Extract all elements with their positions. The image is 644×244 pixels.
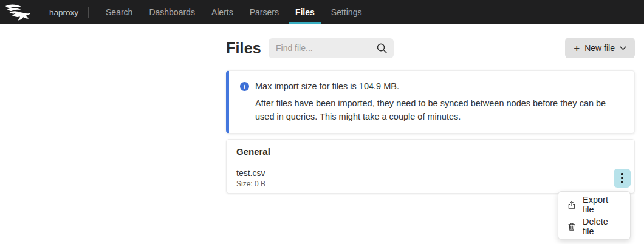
kebab-icon — [621, 173, 623, 175]
chevron-down-icon — [620, 46, 626, 50]
info-icon: i — [240, 82, 249, 91]
callout-line1: i Max import size for files is 104.9 MB. — [240, 81, 620, 91]
menu-item-label: Export file — [583, 195, 622, 214]
search-icon — [376, 42, 388, 54]
menu-item-export-file[interactable]: Export file — [558, 194, 630, 215]
info-callout: i Max import size for files is 104.9 MB.… — [226, 70, 635, 134]
file-actions-menu-button[interactable] — [614, 169, 631, 188]
file-actions-context-menu: Export file Delete file — [558, 191, 631, 240]
plus-icon: + — [574, 43, 580, 53]
page-header: Files + New file — [226, 38, 635, 58]
export-icon — [567, 200, 577, 210]
section-title-general: General — [227, 140, 634, 163]
delete-icon — [567, 222, 577, 232]
nav-divider — [88, 7, 89, 18]
page-title: Files — [226, 39, 261, 57]
nav-item-files[interactable]: Files — [295, 0, 315, 24]
file-row[interactable]: test.csv Size: 0 B — [227, 163, 634, 193]
falcon-icon — [5, 3, 32, 21]
menu-item-label: Delete file — [583, 217, 622, 236]
nav-item-parsers[interactable]: Parsers — [250, 0, 279, 24]
menu-item-delete-file[interactable]: Delete file — [558, 215, 630, 237]
file-info: test.csv Size: 0 B — [236, 168, 265, 188]
nav-item-alerts[interactable]: Alerts — [211, 0, 233, 24]
file-name: test.csv — [236, 168, 265, 178]
search-input[interactable] — [269, 38, 394, 58]
new-file-button[interactable]: + New file — [565, 38, 635, 58]
files-card: General test.csv Size: 0 B — [226, 139, 635, 194]
nav-item-search[interactable]: Search — [106, 0, 132, 24]
file-size: Size: 0 B — [236, 180, 265, 188]
nav-item-settings[interactable]: Settings — [331, 0, 362, 24]
top-navigation-bar: haproxy Search Dashboards Alerts Parsers… — [0, 0, 644, 24]
nav-items: Search Dashboards Alerts Parsers Files S… — [106, 0, 361, 24]
new-file-label: New file — [584, 43, 615, 53]
max-import-size-text: Max import size for files is 104.9 MB. — [255, 81, 399, 91]
repository-name[interactable]: haproxy — [39, 0, 88, 24]
file-search — [269, 38, 394, 58]
nav-item-dashboards[interactable]: Dashboards — [149, 0, 195, 24]
crowdstrike-falcon-logo-icon[interactable] — [0, 3, 39, 21]
sync-notice-text: After files have been imported, they nee… — [255, 97, 623, 123]
